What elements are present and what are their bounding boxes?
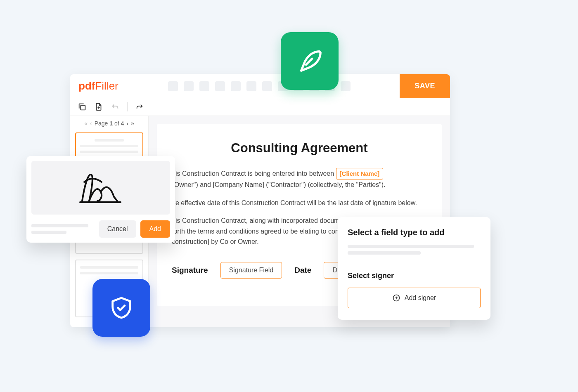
- first-page-icon[interactable]: «: [84, 120, 88, 127]
- copy-icon[interactable]: [78, 102, 87, 111]
- signer-popup-title: Select a field type to add: [348, 228, 481, 237]
- plus-circle-icon: [392, 294, 400, 302]
- signature-scribble-icon: [68, 167, 134, 208]
- svg-rect-0: [81, 105, 85, 110]
- document-paragraph-1: his Construction Contract is being enter…: [172, 168, 427, 190]
- pager-total: 4: [121, 120, 124, 127]
- page-icon[interactable]: [94, 102, 103, 111]
- para1-text-a: his Construction Contract is being enter…: [172, 170, 336, 177]
- para1-text-b: "Owner") and [Company Name] ("Contractor…: [172, 181, 386, 188]
- feather-icon: [295, 47, 324, 76]
- add-button[interactable]: Add: [140, 220, 170, 238]
- brand-logo: pdfFiller: [78, 80, 118, 92]
- secondary-toolbar: [70, 98, 450, 116]
- signature-label: Signature: [172, 266, 208, 275]
- next-page-icon[interactable]: ›: [126, 120, 128, 127]
- toolbar-slot: [168, 81, 178, 91]
- toolbar-divider: [127, 102, 128, 111]
- cancel-button[interactable]: Cancel: [99, 220, 136, 238]
- shield-badge: [92, 279, 150, 337]
- prev-page-icon[interactable]: ‹: [90, 120, 92, 127]
- date-label: Date: [294, 266, 311, 275]
- pager-prefix: Page: [95, 120, 110, 127]
- toolbar-slot: [199, 81, 209, 91]
- signature-popup-placeholder: [31, 224, 95, 234]
- signer-popup-subtitle: Select signer: [348, 272, 481, 280]
- pager-label: Page 1 of 4: [95, 120, 124, 127]
- signature-popup-footer: Cancel Add: [31, 220, 170, 238]
- header-toolbar-placeholder: [118, 81, 400, 91]
- shield-check-icon: [108, 295, 135, 321]
- toolbar-slot: [231, 81, 241, 91]
- toolbar-slot: [246, 81, 256, 91]
- signature-popup: Cancel Add: [26, 156, 175, 243]
- document-paragraph-2: he effective date of this Construction C…: [172, 198, 427, 208]
- toolbar-slot: [184, 81, 194, 91]
- toolbar-slot: [215, 81, 225, 91]
- pager-of: of: [113, 120, 121, 127]
- field-type-placeholder: [348, 245, 481, 255]
- add-signer-button[interactable]: Add signer: [348, 288, 481, 308]
- popup-divider: [338, 263, 490, 263]
- brand-logo-a: pdf: [78, 80, 95, 92]
- add-signer-label: Add signer: [405, 294, 436, 302]
- client-name-token[interactable]: [Client Name]: [336, 168, 384, 179]
- signature-field[interactable]: Signature Field: [220, 262, 282, 279]
- signature-preview[interactable]: [31, 161, 170, 215]
- document-title: Consulting Agreement: [172, 141, 427, 156]
- pager-current: 1: [109, 120, 113, 127]
- save-button[interactable]: SAVE: [400, 74, 450, 98]
- brand-logo-b: Filler: [95, 80, 118, 92]
- signer-popup: Select a field type to add Select signer…: [338, 217, 490, 320]
- feather-badge: [281, 32, 339, 90]
- pager: « ‹ Page 1 of 4 › »: [75, 120, 143, 127]
- undo-icon[interactable]: [111, 102, 120, 111]
- redo-icon[interactable]: [135, 102, 144, 111]
- last-page-icon[interactable]: »: [131, 120, 134, 127]
- toolbar-slot: [341, 81, 351, 91]
- toolbar-slot: [262, 81, 272, 91]
- app-header: pdfFiller SAVE: [70, 74, 450, 98]
